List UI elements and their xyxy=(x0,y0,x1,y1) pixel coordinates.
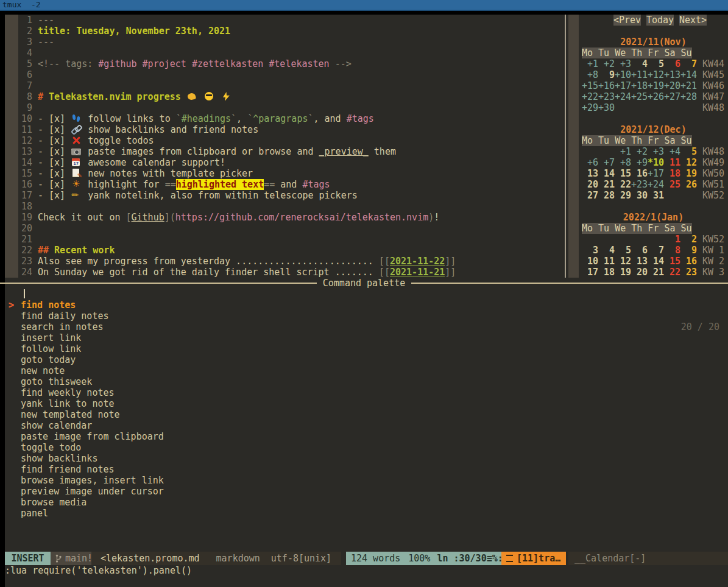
calendar-day[interactable]: +20 xyxy=(664,80,680,91)
calendar-day[interactable]: +27 xyxy=(664,91,680,102)
palette-item[interactable]: browse media xyxy=(5,497,728,508)
buffer-line[interactable]: 3--- xyxy=(18,37,565,47)
calendar-day[interactable]: 19 xyxy=(680,168,697,179)
buffer-line[interactable]: 4 xyxy=(18,47,565,58)
calendar-day[interactable]: 20 xyxy=(582,179,598,190)
calendar-day[interactable]: 7 xyxy=(648,245,664,256)
calendar-day[interactable]: +10 xyxy=(615,69,631,80)
buffer-text-area[interactable]: 1---2title: Tuesday, November 23th, 2021… xyxy=(18,15,565,278)
calendar-day[interactable]: +23 xyxy=(631,179,648,190)
palette-item[interactable]: find weekly notes xyxy=(5,387,728,398)
calendar-day[interactable]: 23 xyxy=(680,267,697,278)
calendar-day[interactable]: 10 xyxy=(582,256,598,267)
palette-item[interactable]: preview image under cursor xyxy=(5,486,728,497)
buffer-line[interactable]: 5<!-- tags: #github #project #zettelkast… xyxy=(18,58,565,69)
palette-item[interactable]: show backlinks xyxy=(5,453,728,464)
palette-item[interactable]: goto thisweek xyxy=(5,376,728,387)
calendar-day[interactable]: +2 xyxy=(598,58,615,69)
calendar-day[interactable]: 16 xyxy=(680,256,697,267)
buffer-line[interactable]: 23Also see my progress from yesterday ..… xyxy=(18,256,565,267)
calendar-day[interactable]: +17 xyxy=(615,80,631,91)
palette-item[interactable]: goto today xyxy=(5,354,728,365)
calendar-day[interactable]: +11 xyxy=(631,69,648,80)
calendar-day[interactable]: 15 xyxy=(615,168,631,179)
calendar-day[interactable]: 7 xyxy=(680,58,697,69)
calendar-day[interactable]: 14 xyxy=(598,168,615,179)
buffer-line[interactable]: 11- [x] show backlinks and friend notes xyxy=(18,124,565,135)
calendar-day[interactable]: 3 xyxy=(582,245,598,256)
calendar-day[interactable]: +8 xyxy=(615,157,631,168)
palette-item[interactable]: yank link to note xyxy=(5,398,728,409)
calendar-day[interactable]: 8 xyxy=(664,245,680,256)
calendar-day[interactable]: +6 xyxy=(582,157,598,168)
calendar-day[interactable]: +26 xyxy=(648,91,664,102)
buffer-line[interactable]: 8# Telekasten.nvim progress xyxy=(18,91,565,102)
palette-item[interactable]: new note xyxy=(5,365,728,376)
calendar-day[interactable]: 5 xyxy=(615,245,631,256)
calendar-day[interactable]: +4 xyxy=(664,146,680,157)
calendar-day[interactable]: +19 xyxy=(648,80,664,91)
today-button[interactable]: Today xyxy=(646,15,674,26)
palette-item[interactable]: >find notes xyxy=(5,300,728,311)
buffer-line[interactable]: 2title: Tuesday, November 23th, 2021 xyxy=(18,26,565,37)
calendar-day[interactable]: 9 xyxy=(680,245,697,256)
palette-item[interactable]: find friend notes xyxy=(5,464,728,475)
calendar-day[interactable]: 6 xyxy=(664,58,680,69)
calendar-day[interactable]: 14 xyxy=(648,256,664,267)
calendar-day[interactable]: +12 xyxy=(648,69,664,80)
calendar-day[interactable]: 13 xyxy=(631,256,648,267)
calendar-day[interactable]: +22 xyxy=(582,91,598,102)
calendar-day[interactable]: 11 xyxy=(598,256,615,267)
calendar-day[interactable]: 2 xyxy=(680,234,697,245)
calendar-day[interactable]: +18 xyxy=(631,80,648,91)
calendar-day[interactable]: 11 xyxy=(664,157,680,168)
calendar-day[interactable]: 26 xyxy=(680,179,697,190)
buffer-line[interactable]: 9 xyxy=(18,102,565,113)
calendar-day[interactable]: 21 xyxy=(648,267,664,278)
calendar-day[interactable]: +29 xyxy=(582,102,598,113)
palette-item[interactable]: panel xyxy=(5,508,728,519)
calendar-day[interactable]: 4 xyxy=(598,245,615,256)
palette-item[interactable]: new templated note xyxy=(5,409,728,420)
buffer-line[interactable]: 10- [x] follow links to `#headings`, `^p… xyxy=(18,113,565,124)
calendar-scrollbar[interactable] xyxy=(568,15,579,278)
buffer-line[interactable]: 13- [x] paste images from clipboard or b… xyxy=(18,146,565,157)
buffer-line[interactable]: 22## Recent work xyxy=(18,245,565,256)
command-line[interactable]: :lua require('telekasten').panel() xyxy=(5,565,728,576)
buffer-line[interactable]: 7 xyxy=(18,80,565,91)
buffer-line[interactable]: 1--- xyxy=(18,15,565,26)
buffer-line[interactable]: 15- [x] new notes with template picker xyxy=(18,168,565,179)
calendar-day[interactable]: +1 xyxy=(615,146,631,157)
calendar-day[interactable]: 12 xyxy=(615,256,631,267)
calendar-day[interactable]: +30 xyxy=(598,102,615,113)
calendar-day[interactable]: +28 xyxy=(680,91,697,102)
buffer-line[interactable]: 24On Sunday we got rid of the daily find… xyxy=(18,267,565,278)
calendar-day[interactable]: +3 xyxy=(648,146,664,157)
palette-item[interactable]: toggle todo xyxy=(5,442,728,453)
calendar-day[interactable]: +15 xyxy=(582,80,598,91)
buffer-line[interactable]: 19Check it out on [Github](https://githu… xyxy=(18,212,565,223)
calendar-day[interactable]: 29 xyxy=(615,190,631,201)
calendar-day[interactable]: 19 xyxy=(615,267,631,278)
calendar-day[interactable]: 21 xyxy=(598,179,615,190)
palette-prompt[interactable]: > 20 / 20 xyxy=(5,289,728,300)
palette-item[interactable]: search in notes xyxy=(5,322,728,332)
calendar-day[interactable]: 18 xyxy=(598,267,615,278)
calendar-day[interactable]: +14 xyxy=(680,69,697,80)
calendar-day[interactable]: 30 xyxy=(631,190,648,201)
calendar-day[interactable]: 5 xyxy=(648,58,664,69)
calendar-day[interactable]: +3 xyxy=(615,58,631,69)
palette-item[interactable]: paste image from clipboard xyxy=(5,431,728,442)
calendar-day[interactable]: +25 xyxy=(631,91,648,102)
calendar-day[interactable]: 5 xyxy=(680,146,697,157)
calendar-day[interactable]: +7 xyxy=(598,157,615,168)
calendar-day[interactable]: +24 xyxy=(648,179,664,190)
buffer-line[interactable]: 17- [x] yank notelink, also from within … xyxy=(18,190,565,201)
buffer-scrollbar[interactable] xyxy=(5,15,18,278)
calendar-day[interactable]: 25 xyxy=(664,179,680,190)
calendar-day[interactable]: 28 xyxy=(598,190,615,201)
buffer-line[interactable]: 12- [x] toggle todos xyxy=(18,135,565,146)
calendar-day[interactable]: 18 xyxy=(664,168,680,179)
buffer-line[interactable]: 16- [x] highlight for ==highlighted text… xyxy=(18,179,565,190)
calendar-day[interactable]: +17 xyxy=(648,168,664,179)
